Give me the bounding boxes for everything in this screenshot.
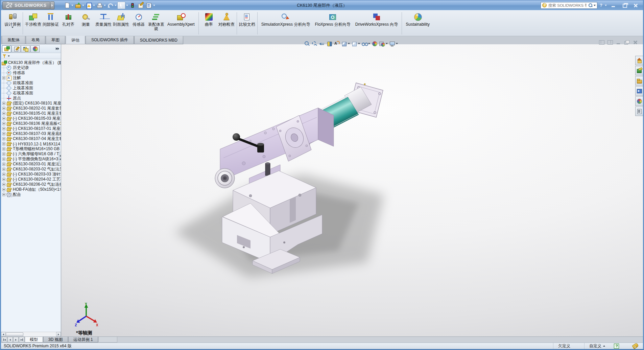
ribbon-assemblyxpert-button[interactable]: AssemblyXpert bbox=[165, 11, 197, 36]
publish-document-dropdown-icon[interactable] bbox=[93, 5, 95, 6]
expand-plus-icon[interactable] bbox=[2, 158, 5, 161]
expand-plus-icon[interactable] bbox=[2, 173, 5, 176]
split-pane-left-icon[interactable] bbox=[599, 40, 604, 45]
zoom-to-fit-button[interactable] bbox=[304, 40, 310, 47]
scroll-left-button[interactable] bbox=[1, 332, 6, 336]
tree-item[interactable]: (-) CK6130-08203-03 顶针送 bbox=[2, 172, 61, 177]
last-tab-button[interactable] bbox=[19, 337, 24, 343]
previous-tab-button[interactable] bbox=[7, 337, 13, 343]
ribbon-floxpress-button[interactable]: FloXpress 分析向导 bbox=[312, 11, 353, 36]
tree-item[interactable]: 历史记录 bbox=[2, 65, 61, 70]
command-tab-草图[interactable]: 草图 bbox=[46, 36, 65, 44]
quick-tip-help-icon[interactable] bbox=[614, 344, 619, 349]
ribbon-sustainability-button[interactable]: Sustainability bbox=[403, 11, 432, 36]
scrollbar-track[interactable] bbox=[23, 332, 56, 336]
annotation-views-button[interactable] bbox=[334, 40, 340, 47]
expand-plus-icon[interactable] bbox=[2, 107, 5, 110]
expand-plus-icon[interactable] bbox=[2, 193, 5, 196]
expand-plus-icon[interactable] bbox=[2, 137, 5, 140]
graphics-area[interactable]: Y X Z *等轴测 bbox=[61, 44, 643, 336]
command-tab-装配体[interactable]: 装配体 bbox=[2, 36, 25, 44]
expand-plus-icon[interactable] bbox=[2, 183, 5, 186]
hide-show-items-button[interactable] bbox=[362, 40, 370, 47]
close-button[interactable] bbox=[631, 2, 640, 8]
view-orientation-dropdown-icon[interactable] bbox=[348, 43, 350, 44]
new-study-tab-stub[interactable] bbox=[98, 337, 117, 343]
ribbon-design-study-button[interactable]: 设计算例 bbox=[4, 11, 21, 36]
scroll-right-button[interactable] bbox=[56, 332, 61, 336]
view-orientation-button[interactable] bbox=[341, 40, 350, 47]
ribbon-hole-alignment-button[interactable]: 孔对齐 bbox=[59, 11, 77, 36]
command-tab-SOLIDWORKS MBD[interactable]: SOLIDWORKS MBD bbox=[134, 36, 183, 44]
search-input[interactable] bbox=[548, 3, 587, 8]
scrollbar-thumb[interactable] bbox=[6, 332, 23, 336]
search-icon[interactable] bbox=[588, 3, 593, 7]
document-tab-3D 视图[interactable]: 3D 视图 bbox=[43, 337, 68, 343]
task-pane-file-explorer-button[interactable] bbox=[635, 76, 643, 86]
display-style-button[interactable] bbox=[352, 40, 360, 47]
print-dropdown-icon[interactable] bbox=[104, 5, 106, 6]
task-pane-design-library-button[interactable] bbox=[635, 66, 643, 75]
publish-document-button[interactable] bbox=[85, 2, 92, 9]
open-document-dropdown-icon[interactable] bbox=[82, 5, 84, 6]
tree-item[interactable]: (-) HY8310.12-1 M16X114 bbox=[2, 141, 61, 146]
view-settings-button[interactable] bbox=[389, 40, 398, 47]
tree-item[interactable]: (-) 六角厚螺母M16 GB / T56 bbox=[2, 151, 61, 157]
model-3d[interactable] bbox=[61, 44, 642, 336]
menu-expand-button[interactable] bbox=[50, 1, 54, 9]
panel-tab-properties[interactable] bbox=[11, 45, 21, 52]
search-box[interactable] bbox=[541, 2, 597, 9]
tree-item[interactable]: CK6130-08107-04 尾座主轴 bbox=[2, 136, 61, 141]
ribbon-compare-documents-button[interactable]: 比较文档 bbox=[238, 11, 256, 36]
tree-root[interactable]: CK6130 尾座部件（液压） (默认 bbox=[2, 60, 61, 65]
help-button[interactable]: ? bbox=[600, 3, 602, 8]
help-dropdown-icon[interactable] bbox=[605, 5, 607, 6]
tree-item[interactable]: CK6130-08106 尾座底板<1> bbox=[2, 121, 61, 126]
ribbon-interference-check-button[interactable]: 干涉检查 bbox=[24, 11, 42, 36]
tree-item[interactable]: 配合 bbox=[2, 192, 61, 197]
filter-icon[interactable] bbox=[3, 54, 7, 58]
section-view-button[interactable] bbox=[327, 40, 332, 47]
tree-item[interactable]: (-) 平垫圈倒角型A级16×3 GB bbox=[2, 157, 61, 162]
zoom-to-area-button[interactable] bbox=[312, 40, 317, 47]
new-document-dropdown-icon[interactable] bbox=[71, 5, 73, 6]
tree-item[interactable]: T形槽用螺栓M16×150 GB / bbox=[2, 146, 61, 151]
ribbon-mass-properties-button[interactable]: 质量属性 bbox=[95, 11, 112, 36]
tree-item[interactable]: 前视基准面 bbox=[2, 80, 61, 86]
tree-item[interactable]: 传感器 bbox=[2, 70, 61, 75]
expand-plus-icon[interactable] bbox=[2, 142, 5, 145]
document-minimize-icon[interactable] bbox=[616, 40, 621, 45]
apply-scene-button[interactable] bbox=[379, 40, 388, 47]
expand-plus-icon[interactable] bbox=[2, 76, 5, 79]
clamp-screw[interactable] bbox=[265, 162, 270, 176]
tree-item[interactable]: 注解 bbox=[2, 75, 61, 80]
tree-item[interactable]: 原点 bbox=[2, 96, 61, 101]
tree-item[interactable]: CK6130-08203-01 尾座法兰 bbox=[2, 162, 61, 167]
configuration-expand-icon[interactable] bbox=[603, 345, 605, 347]
ribbon-curvature-button[interactable]: 曲率 bbox=[200, 11, 218, 36]
tree-item[interactable]: CK6130-08206-02 气缸连接 bbox=[2, 182, 61, 187]
expand-plus-icon[interactable] bbox=[2, 188, 5, 191]
ribbon-assembly-visualization-button[interactable]: 装配体直观 bbox=[147, 11, 165, 36]
tree-item[interactable]: CK6130-08202-01 尾座套筒 bbox=[2, 106, 61, 111]
document-tab-运动算例 1[interactable]: 运动算例 1 bbox=[68, 337, 98, 343]
expand-plus-icon[interactable] bbox=[2, 163, 5, 166]
panel-tab-features[interactable] bbox=[2, 45, 11, 52]
new-document-button[interactable] bbox=[63, 2, 71, 9]
edit-appearance-button[interactable] bbox=[372, 40, 378, 47]
task-pane-custom-properties-button[interactable] bbox=[635, 107, 643, 116]
ribbon-simulationxpress-button[interactable]: SimulationXpress 分析向导 bbox=[259, 11, 313, 36]
filter-dropdown-icon[interactable] bbox=[8, 55, 10, 57]
expand-plus-icon[interactable] bbox=[2, 102, 5, 105]
ribbon-driveworksxpress-button[interactable]: DriveWorksXpress 向导 bbox=[353, 11, 400, 36]
restore-button[interactable] bbox=[620, 2, 629, 8]
ribbon-symmetry-check-button[interactable]: 对称检查 bbox=[218, 11, 235, 36]
undo-dropdown-icon[interactable] bbox=[115, 5, 117, 6]
expand-plus-icon[interactable] bbox=[2, 168, 5, 171]
command-tab-布局[interactable]: 布局 bbox=[26, 36, 45, 44]
rebuild-button[interactable] bbox=[129, 2, 136, 9]
panel-tab-display[interactable] bbox=[30, 45, 40, 52]
task-pane-view-palette-button[interactable] bbox=[635, 86, 643, 96]
split-pane-right-icon[interactable] bbox=[607, 40, 613, 45]
undo-button[interactable] bbox=[106, 2, 114, 9]
